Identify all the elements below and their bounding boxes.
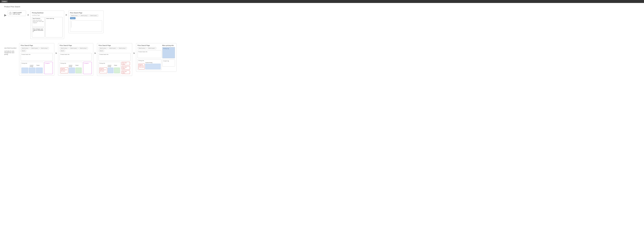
dashboard-cards: New Products Show new products listed as… bbox=[32, 17, 62, 37]
arrow-4: ➤ bbox=[94, 52, 96, 55]
b2-pricing-label: Pricing Info bbox=[60, 63, 66, 64]
b3-tab3[interactable]: Search prop 2 bbox=[118, 47, 127, 49]
bottom-box1-label: Price Search Page bbox=[21, 45, 53, 46]
b2-tab2[interactable]: Search prop 2 bbox=[69, 47, 78, 49]
b1-coupons-label: Coupons bbox=[45, 63, 52, 64]
login-box: Login to portal external login bbox=[8, 10, 26, 16]
b2-tab4[interactable]: Search bbox=[60, 50, 65, 52]
b2-pricing-coupons: Pricing Info Current Pricing Future Expa… bbox=[60, 62, 92, 74]
b1-col-empty bbox=[22, 65, 29, 67]
card3-title: Price changes user might be interested i… bbox=[33, 28, 44, 32]
b2-product-info-label: Product basic info bbox=[60, 54, 91, 55]
bottom-box-4: Price Search Page Search prop 1 Search p… bbox=[136, 43, 176, 72]
tab-search-prop2a[interactable]: Search prop 2 bbox=[80, 14, 88, 16]
card1-title: New Products bbox=[33, 18, 44, 19]
page-title: Product Price Search bbox=[4, 6, 640, 8]
top-flow-row: ▶ Login to portal external login ➤ Prici… bbox=[4, 10, 640, 39]
b3-more-info-btn2[interactable]: More info button bbox=[122, 66, 130, 70]
b1-current-pricing-header: Current Pricing bbox=[30, 65, 36, 67]
b3-col3 bbox=[114, 68, 120, 73]
b3-pricing-cols: Expands group zone to see store bbox=[100, 68, 120, 73]
b2-product-info: Product basic info bbox=[60, 53, 92, 61]
b2-tab3[interactable]: Search prop 2 bbox=[79, 47, 88, 49]
b3-tab1[interactable]: Search prop 1 bbox=[98, 47, 108, 49]
avatar-icon bbox=[9, 12, 12, 15]
b2-col2 bbox=[69, 68, 75, 73]
b3-more-info-btn1[interactable]: More info button bbox=[122, 62, 130, 65]
box3-tabs: Search prop 1 Search prop 2 Search prop … bbox=[98, 47, 131, 52]
b2-tab1[interactable]: Search prop 1 bbox=[60, 47, 69, 49]
bottom-box-3: Price Search Page Search prop 1 Search p… bbox=[97, 43, 132, 76]
b3-more-info-btn3[interactable]: More info button bbox=[122, 71, 130, 74]
tab-search-prop2b[interactable]: Search prop 2 bbox=[89, 14, 98, 16]
b1-tab2[interactable]: Search prop 2 bbox=[30, 47, 39, 49]
b1-pricing-section: Pricing Info Current Pricing Future bbox=[21, 62, 44, 74]
user-icon: ▶ bbox=[4, 13, 6, 17]
b4-pricing-header: Pricing Info bbox=[138, 60, 160, 61]
login-subtitle: external login bbox=[13, 13, 22, 15]
bottom-box2-label: Price Search Page bbox=[60, 45, 92, 46]
arrow-3: ➤ bbox=[55, 52, 57, 55]
b1-tab3[interactable]: Search prop 2 bbox=[40, 47, 49, 49]
b4-tab2[interactable]: Search prop 2 bbox=[147, 47, 156, 49]
b2-current-pricing-header: Current Pricing bbox=[69, 65, 75, 67]
b4-pricing-log: Pricing Log bbox=[162, 47, 175, 58]
arrow-1: ➤ bbox=[27, 13, 29, 16]
b3-col2 bbox=[108, 68, 114, 73]
b1-tab1[interactable]: Search prop 1 bbox=[21, 47, 30, 49]
b2-pricing-header: Pricing Info bbox=[60, 63, 82, 64]
b1-product-info: Product basic info bbox=[21, 53, 53, 61]
login-title: Login to portal bbox=[13, 12, 22, 13]
b2-pricing-cols: Expands group zone to see store bbox=[60, 68, 82, 73]
b1-tab4[interactable]: Search bbox=[21, 50, 26, 52]
b4-left: Price Search Page Search prop 1 Search p… bbox=[138, 45, 162, 70]
b4-product-info-label: Product basic info bbox=[138, 51, 160, 52]
dashboard-sublabel: Landing Page bbox=[32, 14, 62, 16]
tab-search[interactable]: Search bbox=[70, 17, 76, 19]
card2-title: Users task log bbox=[46, 18, 62, 19]
arrow-5: ➤ bbox=[133, 52, 135, 55]
user-icon-area: ▶ bbox=[4, 13, 6, 17]
card1-text: Show new products listed as per users de… bbox=[33, 19, 44, 23]
b1-pricing-header: Pricing Info bbox=[22, 63, 42, 64]
new-products-card: New Products Show new products listed as… bbox=[32, 17, 44, 27]
b4-col2 bbox=[145, 64, 160, 69]
dashboard-label: Pricing Dashboar bbox=[32, 12, 62, 14]
annotations: User finds his product And looks for who… bbox=[4, 47, 18, 57]
b4-expand-spacer bbox=[138, 62, 145, 63]
b1-pricing-coupons: Pricing Info Current Pricing Future Coup… bbox=[21, 62, 53, 74]
b4-right-label: More pricing info bbox=[162, 45, 175, 46]
annotation-1: User finds his product bbox=[4, 47, 18, 49]
b1-future-header: Future bbox=[36, 65, 43, 67]
b1-pricing-label: Pricing Info bbox=[22, 63, 27, 64]
bottom-box3-label: Price Search Page bbox=[98, 45, 131, 46]
search-page-top-label: Price Search Page bbox=[70, 12, 102, 14]
b3-more-info-col: More info button More info button More i… bbox=[122, 62, 131, 74]
b4-tab1[interactable]: Search prop 1 bbox=[138, 47, 146, 49]
box1-tabs: Search prop 1 Search prop 2 Search prop … bbox=[21, 47, 53, 52]
bottom-box-1: Price Search Page Search prop 1 Search p… bbox=[19, 43, 54, 76]
page-content: Product Price Search ▶ Login to portal e… bbox=[0, 3, 644, 79]
b3-pricing-header: Pricing Info bbox=[100, 63, 120, 64]
price-changes-card: Price changes user might be interested i… bbox=[32, 27, 44, 37]
b4-pricing-label: Pricing Info bbox=[138, 60, 144, 61]
login-text: Login to portal external login bbox=[13, 12, 22, 15]
b4-pricing-cols: Expands group zone to see store bbox=[138, 64, 160, 69]
b3-col-headers: Current Pricing Future bbox=[100, 65, 120, 67]
b2-coupons: Coupons bbox=[83, 62, 92, 74]
search-content-top: NNNNN bbox=[70, 20, 102, 32]
b1-col2 bbox=[29, 68, 35, 73]
top-bar: Solace bbox=[0, 0, 644, 3]
b2-col-headers: Current Pricing Future bbox=[60, 65, 82, 67]
users-task-card: Users task log bbox=[46, 17, 62, 37]
b3-tab2[interactable]: Search prop 2 bbox=[108, 47, 117, 49]
solace-button[interactable]: Solace bbox=[1, 0, 8, 2]
tab-search-prop1[interactable]: Search prop 1 bbox=[70, 14, 79, 16]
box2-tabs: Search prop 1 Search prop 2 Search prop … bbox=[60, 47, 92, 52]
b1-col1 bbox=[22, 68, 28, 73]
b4-coupon-log-label: Coupon log bbox=[163, 60, 174, 61]
b3-product-info: Product basic info bbox=[98, 53, 131, 61]
b3-tab4[interactable]: Search bbox=[98, 50, 104, 52]
b1-product-info-label: Product basic info bbox=[22, 54, 52, 55]
arrow-2: ➤ bbox=[65, 13, 67, 16]
